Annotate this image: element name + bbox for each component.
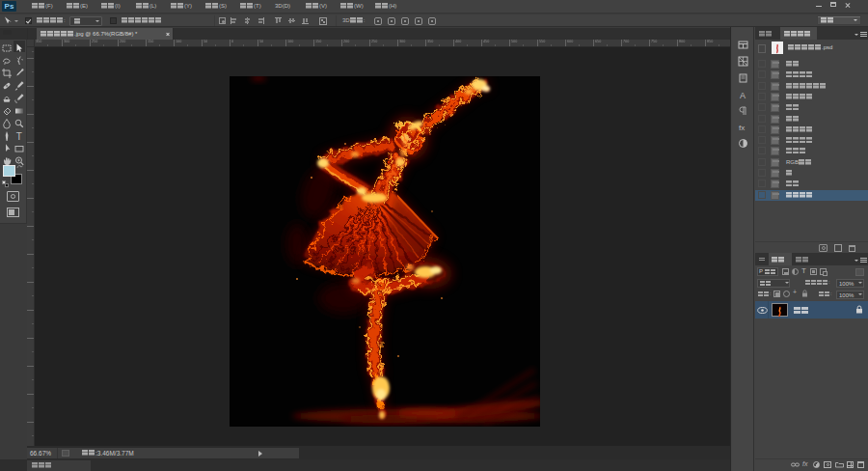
svg-text:fx: fx xyxy=(739,124,745,132)
svg-text:A: A xyxy=(740,91,746,100)
